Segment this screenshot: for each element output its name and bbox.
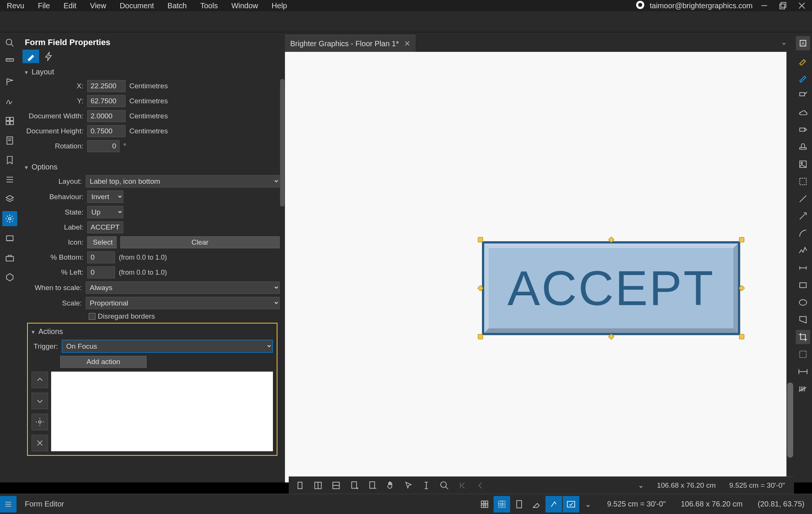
search-icon[interactable] [2,35,17,50]
stamp-tool-icon[interactable] [796,140,810,154]
menu-file[interactable]: File [31,0,57,11]
split-horizontal-icon[interactable] [329,478,344,493]
text-tool-icon[interactable]: A [796,36,810,50]
action-move-down-button[interactable] [32,393,48,409]
select-when-scale[interactable]: Always [86,281,280,294]
sync-view-icon[interactable] [563,496,579,512]
account-email[interactable]: taimoor@brightergraphics.com [650,2,753,10]
button-icon-clear[interactable]: Clear [120,236,280,248]
marquee-tool-icon[interactable] [796,174,810,189]
signatures-icon[interactable] [2,94,17,109]
snap-toggle-icon[interactable] [494,496,510,512]
count-tool-icon[interactable] [796,382,810,396]
select-layout[interactable]: Label top, icon bottom [86,175,280,187]
properties-tab-actions[interactable] [41,50,57,63]
menu-revu[interactable]: Revu [0,0,31,11]
select-behaviour[interactable]: Invert [87,190,123,203]
dimension-tool-icon[interactable] [796,261,810,275]
spaces-icon[interactable] [2,270,17,285]
pan-tool-icon[interactable] [383,478,398,493]
crop-tool-icon[interactable] [796,330,810,344]
cloud-tool-icon[interactable] [796,105,810,119]
status-panel-toggle[interactable] [0,496,17,512]
list-icon[interactable] [2,172,17,187]
selected-form-field[interactable]: ACCEPT [480,240,742,337]
input-pct-bottom[interactable] [87,251,115,263]
checkbox-disregard-borders[interactable]: Disregard borders [89,312,280,320]
document-tab[interactable]: Brighter Graphics - Floor Plan 1* ✕ [285,35,416,52]
section-options-header[interactable]: ▾ Options [25,160,280,175]
toolbox-icon[interactable] [2,250,17,265]
ellipse-tool-icon[interactable] [796,295,810,310]
select-state[interactable]: Up [87,206,123,218]
action-list[interactable] [51,372,273,451]
input-doc-height[interactable] [87,125,126,137]
menu-document[interactable]: Document [113,0,161,11]
bookmarks-icon[interactable] [2,153,17,168]
resize-handle-nw[interactable] [478,237,483,242]
close-tab-icon[interactable]: ✕ [404,39,411,48]
action-delete-button[interactable] [32,435,48,451]
window-close-button[interactable] [795,0,809,11]
first-page-icon[interactable] [455,478,470,493]
page-dropdown-icon[interactable]: ⌄ [633,478,648,493]
form-icon[interactable] [2,133,17,148]
section-layout-header[interactable]: ▾ Layout [25,65,280,80]
ruler-icon[interactable] [2,55,17,70]
split-vertical-icon[interactable] [311,478,326,493]
action-settings-button[interactable] [32,414,48,430]
menu-help[interactable]: Help [265,0,294,11]
layers-icon[interactable] [2,192,17,207]
polygon-tool-icon[interactable] [796,313,810,327]
area-tool-icon[interactable] [796,347,810,361]
arrow-line-tool-icon[interactable] [796,209,810,223]
select-scale[interactable]: Proportional [86,297,280,309]
input-rotation[interactable] [87,140,120,152]
menu-tools[interactable]: Tools [194,0,225,11]
page-add-icon[interactable] [347,478,362,493]
menu-edit[interactable]: Edit [57,0,83,11]
input-label[interactable] [87,221,123,233]
pen-tool-icon[interactable] [796,71,810,85]
arrow-tool-icon[interactable] [796,122,810,137]
input-y[interactable] [87,95,126,107]
page-icon[interactable] [511,496,527,512]
menu-window[interactable]: Window [224,0,265,11]
callout-tool-icon[interactable] [796,88,810,102]
text-select-icon[interactable] [419,478,434,493]
flag-icon[interactable] [2,74,17,89]
zoom-tool-icon[interactable] [437,478,452,493]
properties-scrollbar[interactable] [280,75,285,289]
grid-toggle-icon[interactable] [476,496,493,512]
action-move-up-button[interactable] [32,372,48,388]
page-minus-icon[interactable] [365,478,380,493]
document-canvas[interactable]: ACCEPT [285,52,786,482]
status-more-icon[interactable]: ⌄ [580,496,597,512]
resize-handle-ne[interactable] [739,237,744,242]
resize-handle-sw[interactable] [478,334,483,339]
single-page-icon[interactable] [292,478,308,493]
canvas-scrollbar[interactable] [786,52,794,476]
tab-overflow-button[interactable]: ⌄ [774,38,794,47]
image-tool-icon[interactable] [796,157,810,171]
select-tool-icon[interactable] [401,478,416,493]
rectangle-tool-icon[interactable] [796,278,810,292]
studio-icon[interactable] [2,231,17,246]
line-tool-icon[interactable] [796,192,810,206]
resize-handle-se[interactable] [739,334,744,339]
highlight-tool-icon[interactable] [796,53,810,68]
erase-icon[interactable] [528,496,545,512]
section-actions-header[interactable]: ▾ Actions [32,327,273,340]
menu-view[interactable]: View [83,0,113,11]
thumbnails-icon[interactable] [2,113,17,128]
input-doc-width[interactable] [87,110,126,122]
polyline-tool-icon[interactable] [796,243,810,258]
button-icon-select[interactable]: Select [87,236,117,248]
fit-width-icon[interactable] [796,364,810,379]
button-add-action[interactable]: Add action [60,356,147,368]
prev-page-icon[interactable] [473,478,488,493]
arc-tool-icon[interactable] [796,226,810,240]
input-pct-left[interactable] [87,266,115,278]
properties-tab-appearance[interactable] [23,50,39,63]
select-trigger[interactable]: On Focus [62,340,273,353]
